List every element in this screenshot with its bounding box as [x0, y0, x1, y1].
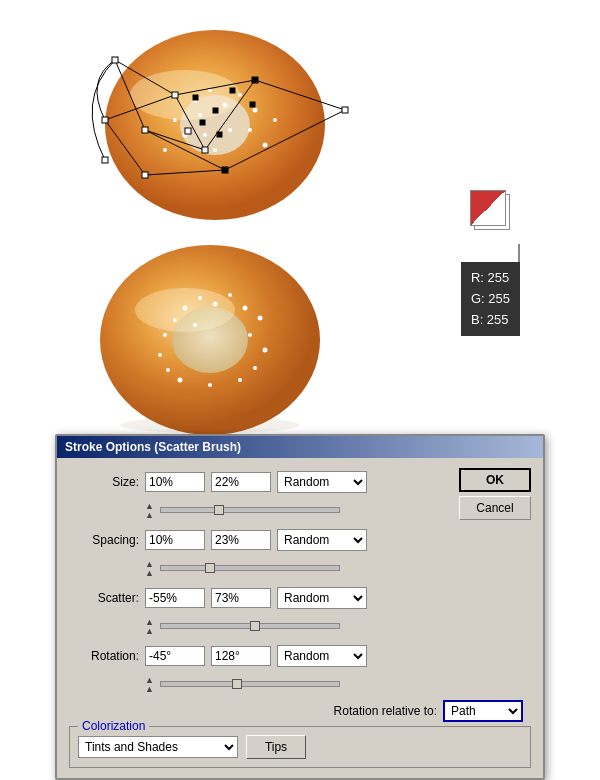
svg-point-78: [208, 383, 212, 387]
color-r: R: 255: [471, 268, 510, 289]
spacing-dropdown[interactable]: Random Fixed Pressure: [277, 529, 367, 551]
svg-point-9: [228, 128, 232, 132]
rotation-row: Rotation: Random Fixed Pressure: [69, 642, 531, 670]
spacing-slider-thumb[interactable]: [205, 563, 215, 573]
color-connector-line: [518, 244, 520, 262]
svg-point-6: [198, 113, 202, 117]
color-g: G: 255: [471, 289, 510, 310]
color-swatch: [470, 190, 520, 240]
spacing-label: Spacing:: [69, 533, 139, 547]
svg-point-5: [223, 103, 228, 108]
scatter-slider-track[interactable]: [160, 623, 340, 629]
svg-rect-38: [102, 157, 108, 163]
svg-rect-39: [142, 172, 148, 178]
size-down-arrow[interactable]: ▲: [145, 511, 154, 520]
dialog-title: Stroke Options (Scatter Brush): [57, 436, 543, 458]
color-tooltip: R: 255 G: 255 B: 255: [461, 190, 520, 336]
svg-point-71: [248, 333, 252, 337]
rotation-down-arrow[interactable]: ▲: [145, 685, 154, 694]
scatter-label: Scatter:: [69, 591, 139, 605]
svg-point-65: [228, 293, 232, 297]
svg-rect-41: [193, 95, 198, 100]
spacing-min-input[interactable]: [145, 530, 205, 550]
color-info-box: R: 255 G: 255 B: 255: [461, 262, 520, 336]
svg-point-13: [248, 128, 252, 132]
rotation-slider-row: ▲ ▲: [69, 674, 531, 694]
svg-rect-34: [142, 127, 148, 133]
scatter-slider-thumb[interactable]: [250, 621, 260, 631]
scatter-max-input[interactable]: [211, 588, 271, 608]
rotation-slider-thumb[interactable]: [232, 679, 242, 689]
color-b: B: 255: [471, 310, 510, 331]
svg-point-66: [243, 306, 248, 311]
colorization-method-dropdown[interactable]: Tints and Shades None Tints Hue Shift: [78, 736, 238, 758]
scatter-row: Scatter: Random Fixed Pressure: [69, 584, 531, 612]
donut-bottom: [80, 230, 330, 440]
rotation-dropdown[interactable]: Random Fixed Pressure: [277, 645, 367, 667]
spacing-max-input[interactable]: [211, 530, 271, 550]
svg-point-16: [203, 133, 207, 137]
svg-rect-40: [185, 128, 191, 134]
svg-point-70: [163, 333, 167, 337]
canvas-area: R: 255 G: 255 B: 255: [0, 0, 600, 460]
spacing-arrow-pair: ▲ ▲: [145, 560, 154, 578]
svg-point-64: [213, 302, 218, 307]
scatter-dropdown[interactable]: Random Fixed Pressure: [277, 587, 367, 609]
svg-point-68: [193, 323, 197, 327]
size-slider-thumb[interactable]: [214, 505, 224, 515]
rotation-slider-track[interactable]: [160, 681, 340, 687]
scatter-min-input[interactable]: [145, 588, 205, 608]
svg-rect-30: [112, 57, 118, 63]
svg-rect-46: [217, 132, 222, 137]
tips-button[interactable]: Tips: [246, 735, 306, 759]
size-slider-track[interactable]: [160, 507, 340, 513]
svg-rect-45: [200, 120, 205, 125]
svg-rect-43: [230, 88, 235, 93]
size-max-input[interactable]: [211, 472, 271, 492]
rotation-relative-label: Rotation relative to:: [334, 704, 437, 718]
svg-point-10: [173, 118, 177, 122]
stroke-options-dialog: Stroke Options (Scatter Brush) OK Cancel…: [55, 434, 545, 780]
svg-rect-36: [222, 167, 228, 173]
rotation-min-input[interactable]: [145, 646, 205, 666]
scatter-down-arrow[interactable]: ▲: [145, 627, 154, 636]
size-arrow-pair: ▲ ▲: [145, 502, 154, 520]
svg-rect-32: [252, 77, 258, 83]
svg-rect-44: [250, 102, 255, 107]
svg-point-7: [238, 93, 242, 97]
svg-rect-31: [172, 92, 178, 98]
donut-clean-svg: [80, 230, 340, 450]
svg-point-77: [238, 378, 242, 382]
rotation-arrow-pair: ▲ ▲: [145, 676, 154, 694]
donut-path-svg: [55, 20, 375, 240]
rotation-label: Rotation:: [69, 649, 139, 663]
svg-point-15: [213, 148, 217, 152]
size-dropdown[interactable]: Random Fixed Pressure: [277, 471, 367, 493]
svg-point-62: [183, 306, 188, 311]
svg-point-14: [263, 143, 268, 148]
svg-point-75: [253, 366, 257, 370]
ok-button[interactable]: OK: [459, 468, 531, 492]
svg-rect-33: [342, 107, 348, 113]
size-min-input[interactable]: [145, 472, 205, 492]
svg-point-8: [253, 108, 258, 113]
svg-point-73: [158, 353, 162, 357]
svg-point-74: [166, 368, 170, 372]
rotation-max-input[interactable]: [211, 646, 271, 666]
svg-point-63: [198, 296, 202, 300]
spacing-slider-row: ▲ ▲: [69, 558, 531, 578]
rotation-relative-dropdown[interactable]: Path Page: [443, 700, 523, 722]
scatter-arrow-pair: ▲ ▲: [145, 618, 154, 636]
cancel-button[interactable]: Cancel: [459, 496, 531, 520]
colorization-legend: Colorization: [78, 719, 149, 733]
svg-rect-42: [213, 108, 218, 113]
donut-top: [55, 20, 355, 220]
scatter-slider-row: ▲ ▲: [69, 616, 531, 636]
svg-rect-37: [102, 117, 108, 123]
spacing-slider-track[interactable]: [160, 565, 340, 571]
ok-cancel-buttons: OK Cancel: [459, 468, 531, 520]
svg-point-67: [173, 318, 177, 322]
svg-point-76: [178, 378, 183, 383]
svg-point-69: [258, 316, 263, 321]
spacing-down-arrow[interactable]: ▲: [145, 569, 154, 578]
